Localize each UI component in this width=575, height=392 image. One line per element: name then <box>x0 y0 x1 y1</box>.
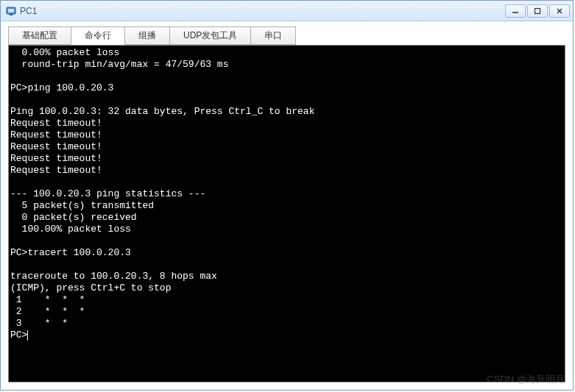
close-button[interactable] <box>549 4 570 18</box>
terminal-line: Ping 100.0.20.3: 32 data bytes, Press Ct… <box>10 106 314 117</box>
app-window: PC1 基础配置 命令行 组播 UDP发包工具 串口 0.00% packet … <box>0 0 574 391</box>
terminal-line: 0.00% packet loss <box>10 47 119 58</box>
terminal-line: round-trip min/avg/max = 47/59/63 ms <box>10 59 228 70</box>
terminal-line: traceroute to 100.0.20.3, 8 hops max <box>10 271 217 282</box>
window-title: PC1 <box>20 6 505 16</box>
tab-basic-config[interactable]: 基础配置 <box>8 26 71 45</box>
terminal-cursor <box>27 330 28 341</box>
app-icon <box>5 5 17 17</box>
terminal-line: PC>tracert 100.0.20.3 <box>10 247 131 258</box>
svg-rect-2 <box>10 14 13 15</box>
terminal-line: Request timeout! <box>10 153 102 164</box>
minimize-button[interactable] <box>505 4 526 18</box>
terminal-line: 1 * * * <box>10 294 85 305</box>
tab-serial[interactable]: 串口 <box>250 26 296 45</box>
terminal-line: Request timeout! <box>10 141 102 152</box>
terminal-line: (ICMP), press Ctrl+C to stop <box>10 282 171 293</box>
terminal-line: Request timeout! <box>10 129 102 140</box>
terminal-panel[interactable]: 0.00% packet loss round-trip min/avg/max… <box>8 45 565 382</box>
terminal-line: 5 packet(s) transmitted <box>10 200 154 211</box>
terminal-line: PC>ping 100.0.20.3 <box>10 82 113 93</box>
terminal-output[interactable]: 0.00% packet loss round-trip min/avg/max… <box>9 46 565 343</box>
svg-rect-1 <box>8 9 14 13</box>
terminal-line: Request timeout! <box>10 118 102 129</box>
terminal-line: --- 100.0.20.3 ping statistics --- <box>10 188 205 199</box>
svg-rect-4 <box>535 8 540 13</box>
window-controls <box>505 4 570 18</box>
tab-bar: 基础配置 命令行 组播 UDP发包工具 串口 <box>1 21 573 45</box>
terminal-prompt: PC> <box>10 329 27 341</box>
terminal-line: 0 packet(s) received <box>10 212 137 223</box>
terminal-prompt-line: PC> <box>10 329 28 341</box>
tab-multicast[interactable]: 组播 <box>124 26 170 45</box>
terminal-line: Request timeout! <box>10 165 102 176</box>
maximize-button[interactable] <box>527 4 548 18</box>
tab-command-line[interactable]: 命令行 <box>71 26 125 45</box>
terminal-line: 3 * * <box>10 318 68 329</box>
titlebar: PC1 <box>1 1 573 21</box>
terminal-line: 100.00% packet loss <box>10 224 131 235</box>
terminal-line: 2 * * * <box>10 306 85 317</box>
tab-udp-tool[interactable]: UDP发包工具 <box>169 26 251 45</box>
